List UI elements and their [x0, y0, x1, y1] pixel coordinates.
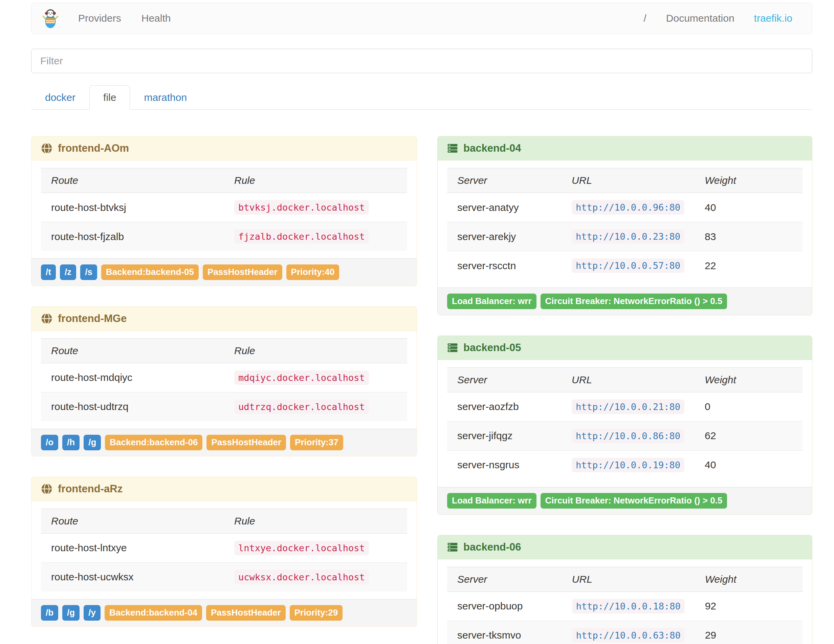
- table-row: route-host-mdqiyc mdqiyc.docker.localhos…: [41, 363, 407, 392]
- weight-cell: 22: [695, 251, 803, 280]
- breadcrumb-separator: /: [643, 13, 646, 24]
- url-link[interactable]: http://10.0.0.21:80: [572, 400, 684, 414]
- path-badge: /g: [84, 435, 101, 450]
- weight-cell: 92: [695, 592, 803, 621]
- path-badge: /h: [62, 435, 79, 450]
- card-title: backend-06: [463, 541, 521, 553]
- priority-badge: Priority:40: [286, 264, 339, 280]
- table-row: server-aozfzb http://10.0.0.21:80 0: [447, 392, 803, 421]
- route-cell: route-host-lntxye: [41, 533, 224, 562]
- path-badge: /o: [41, 435, 58, 450]
- rule-code: udtrzq.docker.localhost: [234, 400, 369, 414]
- weight-cell: 40: [695, 450, 803, 479]
- nav-link-documentation[interactable]: Documentation: [666, 13, 734, 24]
- server-cell: server-tksmvo: [447, 621, 562, 644]
- url-link[interactable]: http://10.0.0.18:80: [572, 599, 685, 613]
- route-cell: route-host-fjzalb: [41, 222, 224, 251]
- tab-marathon[interactable]: marathon: [130, 85, 201, 110]
- rule-code: ucwksx.docker.localhost: [234, 570, 369, 584]
- servers-table: Server URL Weight server-anatyy http://1…: [447, 168, 803, 280]
- route-cell: route-host-mdqiyc: [41, 363, 224, 392]
- server-cell: server-arekjy: [447, 222, 561, 251]
- column-header-url: URL: [561, 367, 695, 392]
- table-row: server-arekjy http://10.0.0.23:80 83: [447, 222, 803, 251]
- traefik-mascot-icon: [42, 8, 59, 29]
- card-footer: Load Balancer: wrr Circuit Breaker: Netw…: [438, 487, 812, 514]
- passhostheader-badge: PassHostHeader: [206, 605, 286, 621]
- card-body: Server URL Weight server-anatyy http://1…: [438, 160, 812, 288]
- card-heading: frontend-aRz: [31, 477, 417, 501]
- passhostheader-badge: PassHostHeader: [207, 435, 286, 450]
- table-row: server-rscctn http://10.0.0.57:80 22: [447, 251, 803, 280]
- circuit-breaker-badge: Circuit Breaker: NetworkErrorRatio () > …: [541, 493, 727, 508]
- nav-link-traefik-io[interactable]: traefik.io: [754, 13, 792, 24]
- column-header-url: URL: [562, 567, 695, 592]
- route-cell: route-host-ucwksx: [41, 562, 224, 592]
- card-title: frontend-MGe: [58, 312, 127, 325]
- column-header-weight: Weight: [695, 567, 803, 592]
- card-heading: backend-06: [438, 535, 812, 559]
- route-cell: route-host-udtrzq: [41, 392, 224, 421]
- backends-column: backend-04 Server URL Weight server-anat…: [437, 136, 812, 644]
- url-link[interactable]: http://10.0.0.19:80: [572, 458, 684, 472]
- weight-cell: 62: [695, 421, 803, 450]
- backend-card: backend-05 Server URL Weight server-aozf…: [437, 335, 812, 515]
- column-header-route: Route: [41, 508, 224, 533]
- column-header-server: Server: [447, 567, 562, 592]
- card-heading: backend-04: [438, 136, 812, 160]
- url-link[interactable]: http://10.0.0.96:80: [572, 200, 684, 215]
- path-badge: /s: [80, 264, 97, 280]
- table-row: route-host-ucwksx ucwksx.docker.localhos…: [41, 562, 407, 592]
- rule-code: lntxye.docker.localhost: [234, 541, 369, 555]
- backend-badge: Backend:backend-06: [105, 435, 202, 450]
- globe-icon: [41, 483, 52, 495]
- servers-table: Server URL Weight server-aozfzb http://1…: [447, 367, 803, 479]
- path-badge: /b: [41, 605, 58, 621]
- filter-input[interactable]: [31, 49, 812, 73]
- card-body: Server URL Weight server-aozfzb http://1…: [438, 360, 812, 487]
- rule-code: btvksj.docker.localhost: [234, 200, 369, 215]
- load-balancer-badge: Load Balancer: wrr: [447, 493, 537, 508]
- card-body: Route Rule route-host-btvksj btvksj.dock…: [31, 160, 417, 258]
- card-body: Server URL Weight server-opbuop http://1…: [438, 559, 812, 644]
- servers-icon: [447, 342, 458, 353]
- server-cell: server-rscctn: [447, 251, 561, 280]
- table-row: server-jifqgz http://10.0.0.86:80 62: [447, 421, 803, 450]
- server-cell: server-anatyy: [447, 193, 561, 222]
- weight-cell: 83: [695, 222, 803, 251]
- column-header-rule: Rule: [224, 508, 407, 533]
- url-link[interactable]: http://10.0.0.57:80: [572, 258, 684, 273]
- traefik-logo[interactable]: [42, 8, 59, 29]
- routes-table: Route Rule route-host-lntxye lntxye.dock…: [41, 508, 407, 592]
- card-heading: frontend-AOm: [31, 136, 417, 160]
- nav-link-health[interactable]: Health: [141, 13, 171, 24]
- nav-link-providers[interactable]: Providers: [78, 13, 121, 24]
- column-header-route: Route: [41, 338, 224, 363]
- frontend-card: frontend-aRz Route Rule route-host-lntxy…: [31, 477, 417, 627]
- column-header-route: Route: [41, 168, 224, 193]
- tab-docker[interactable]: docker: [31, 85, 89, 110]
- path-badge: /g: [62, 605, 79, 621]
- card-title: frontend-AOm: [58, 142, 129, 154]
- filter-bar: [31, 49, 812, 73]
- backend-badge: Backend:backend-05: [101, 264, 199, 280]
- path-badge: /z: [60, 264, 76, 280]
- servers-table: Server URL Weight server-opbuop http://1…: [447, 567, 803, 644]
- path-badge: /t: [41, 264, 56, 280]
- priority-badge: Priority:37: [290, 435, 343, 450]
- globe-icon: [41, 142, 52, 154]
- frontend-card: frontend-AOm Route Rule route-host-btvks…: [31, 136, 417, 286]
- column-header-url: URL: [561, 168, 695, 193]
- table-row: route-host-lntxye lntxye.docker.localhos…: [41, 533, 407, 562]
- tab-file[interactable]: file: [89, 85, 130, 110]
- url-link[interactable]: http://10.0.0.23:80: [572, 229, 684, 244]
- url-link[interactable]: http://10.0.0.86:80: [572, 429, 684, 443]
- routes-table: Route Rule route-host-btvksj btvksj.dock…: [41, 168, 407, 251]
- server-cell: server-jifqgz: [447, 421, 561, 450]
- main-content: frontend-AOm Route Rule route-host-btvks…: [31, 136, 812, 644]
- frontends-column: frontend-AOm Route Rule route-host-btvks…: [31, 136, 417, 644]
- weight-cell: 29: [695, 621, 803, 644]
- url-link[interactable]: http://10.0.0.63:80: [572, 628, 685, 642]
- table-row: route-host-fjzalb fjzalb.docker.localhos…: [41, 222, 407, 251]
- provider-tabs: docker file marathon: [31, 85, 812, 110]
